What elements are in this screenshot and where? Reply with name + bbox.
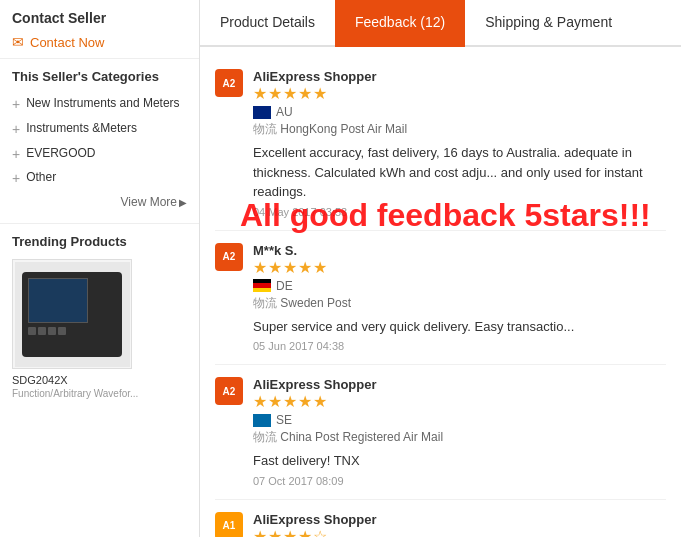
category-item[interactable]: +Other <box>12 166 187 191</box>
product-desc: Function/Arbitrary Wavefor... <box>12 388 187 399</box>
shipping-info: 物流 HongKong Post Air Mail <box>253 121 666 138</box>
country-code: SE <box>276 413 292 427</box>
feedback-country: DE <box>253 279 666 293</box>
shipping-label: 物流 <box>253 430 277 444</box>
envelope-icon: ✉ <box>12 34 24 50</box>
feedback-date: 05 Jun 2017 04:38 <box>253 340 666 352</box>
shipping-info: 物流 Sweden Post <box>253 295 666 312</box>
tab-shipping---payment[interactable]: Shipping & Payment <box>465 0 632 47</box>
shipping-carrier: China Post Registered Air Mail <box>280 430 443 444</box>
feedback-item: A1 AliExpress Shopper ★★★★☆ UK 物流 China … <box>215 500 666 538</box>
category-item[interactable]: +Instruments &Meters <box>12 117 187 142</box>
category-label: EVERGOOD <box>26 146 95 160</box>
avatar: A2 <box>215 377 243 405</box>
feedback-body: AliExpress Shopper ★★★★★ AU 物流 HongKong … <box>253 69 666 218</box>
plus-icon: + <box>12 170 20 187</box>
feedback-text: Super service and very quick delivery. E… <box>253 317 666 337</box>
feedback-body: AliExpress Shopper ★★★★★ SE 物流 China Pos… <box>253 377 666 487</box>
feedback-text: Fast delivery! TNX <box>253 451 666 471</box>
feedback-text: Excellent accuracy, fast delivery, 16 da… <box>253 143 666 202</box>
feedback-date: 07 Oct 2017 08:09 <box>253 475 666 487</box>
view-more-label: View More <box>121 195 177 209</box>
tabs: Product DetailsFeedback (12)Shipping & P… <box>200 0 681 47</box>
contact-now-button[interactable]: ✉ Contact Now <box>12 34 187 50</box>
feedback-username: AliExpress Shopper <box>253 69 666 84</box>
view-more-link[interactable]: View More ▶ <box>12 191 187 213</box>
country-code: AU <box>276 105 293 119</box>
category-label: New Instruments and Meters <box>26 96 179 110</box>
feedback-item: A2 AliExpress Shopper ★★★★★ SE 物流 China … <box>215 365 666 500</box>
tab-feedback--12-[interactable]: Feedback (12) <box>335 0 465 47</box>
trending-title: Trending Products <box>12 234 187 249</box>
category-item[interactable]: +EVERGOOD <box>12 142 187 167</box>
star-rating: ★★★★★ <box>253 392 666 411</box>
flag-icon <box>253 279 271 292</box>
star-rating: ★★★★★ <box>253 84 666 103</box>
star-rating: ★★★★☆ <box>253 527 666 538</box>
avatar: A2 <box>215 243 243 271</box>
shipping-carrier: HongKong Post Air Mail <box>280 122 407 136</box>
shipping-carrier: Sweden Post <box>280 296 351 310</box>
shipping-info: 物流 China Post Registered Air Mail <box>253 429 666 446</box>
feedback-country: AU <box>253 105 666 119</box>
category-label: Other <box>26 170 56 184</box>
contact-seller-title: Contact Seller <box>12 10 187 26</box>
feedback-country: SE <box>253 413 666 427</box>
feedback-body: AliExpress Shopper ★★★★☆ UK 物流 China Pos… <box>253 512 666 538</box>
avatar: A2 <box>215 69 243 97</box>
feedback-body: M**k S. ★★★★★ DE 物流 Sweden Post Super se… <box>253 243 666 353</box>
feedback-item: A2 M**k S. ★★★★★ DE 物流 Sweden Post Super… <box>215 231 666 366</box>
country-code: DE <box>276 279 293 293</box>
feedback-username: M**k S. <box>253 243 666 258</box>
category-label: Instruments &Meters <box>26 121 137 135</box>
feedback-area: All good feedback 5stars!!! A2 AliExpres… <box>200 47 681 537</box>
product-name: SDG2042X <box>12 374 187 386</box>
trending-product-thumb[interactable] <box>12 259 132 369</box>
flag-icon <box>253 414 271 427</box>
star-rating: ★★★★★ <box>253 258 666 277</box>
plus-icon: + <box>12 96 20 113</box>
feedback-item: A2 AliExpress Shopper ★★★★★ AU 物流 HongKo… <box>215 57 666 231</box>
chevron-right-icon: ▶ <box>179 197 187 208</box>
tab-product-details[interactable]: Product Details <box>200 0 335 47</box>
plus-icon: + <box>12 146 20 163</box>
shipping-label: 物流 <box>253 122 277 136</box>
feedback-username: AliExpress Shopper <box>253 377 666 392</box>
feedback-username: AliExpress Shopper <box>253 512 666 527</box>
avatar: A1 <box>215 512 243 538</box>
feedback-date: 04 May 2017 03:53 <box>253 206 666 218</box>
contact-now-label: Contact Now <box>30 35 104 50</box>
category-item[interactable]: +New Instruments and Meters <box>12 92 187 117</box>
flag-icon <box>253 106 271 119</box>
plus-icon: + <box>12 121 20 138</box>
product-image <box>15 262 130 367</box>
shipping-label: 物流 <box>253 296 277 310</box>
categories-title: This Seller's Categories <box>12 69 187 84</box>
